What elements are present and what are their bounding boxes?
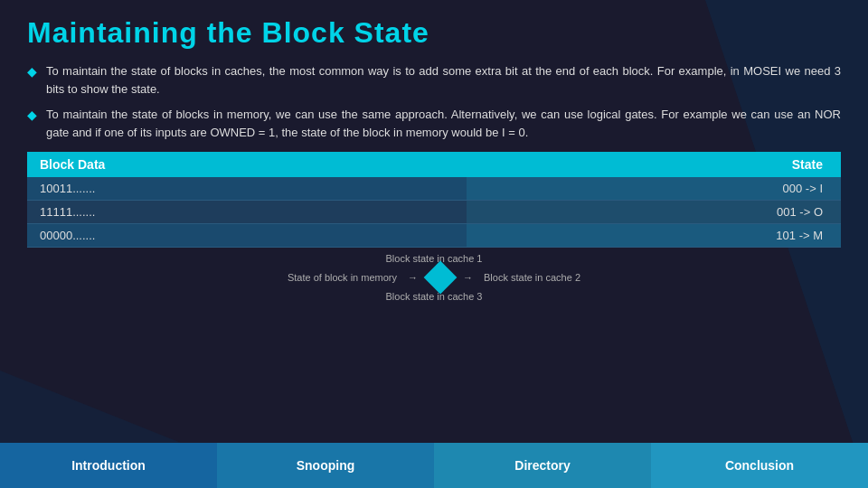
table-cell-data: 00000....... [27,223,467,247]
nav-item-snooping[interactable]: Snooping [217,443,434,488]
bullet-icon-1: ◆ [27,64,37,79]
arrow-right2-icon: → [463,272,473,283]
table-cell-data: 11111....... [27,200,467,223]
nav-item-directory[interactable]: Directory [434,443,651,488]
table-cell-state: 101 -> M [467,223,841,247]
bullet-text-1: To maintain the state of blocks in cache… [46,62,841,99]
block-data-table: Block Data State 10011.......000 -> I111… [27,152,841,248]
table-row: 00000.......101 -> M [27,223,841,247]
diagram-label-bottom: Block state in cache 3 [385,291,482,302]
bullet-text-2: To maintain the state of blocks in memor… [46,106,841,142]
diagram-center-box [424,260,458,294]
nav-item-conclusion[interactable]: Conclusion [651,443,868,488]
bullet-item-1: ◆ To maintain the state of blocks in cac… [27,62,841,99]
table-header-data: Block Data [27,152,467,177]
table-cell-data: 10011....... [27,177,467,201]
table-cell-state: 000 -> I [467,177,841,201]
arrow-right-icon: → [408,272,418,283]
navigation-bar: IntroductionSnoopingDirectoryConclusion [0,443,868,488]
table-row: 10011.......000 -> I [27,177,841,201]
diagram-label-right: Block state in cache 2 [484,272,580,283]
bullet-item-2: ◆ To maintain the state of blocks in mem… [27,106,841,142]
diagram-label-top: Block state in cache 1 [385,253,482,264]
page-title: Maintaining the Block State [27,16,841,50]
bullet-list: ◆ To maintain the state of blocks in cac… [27,62,841,143]
diagram-area: Block state in cache 1 State of block in… [27,253,841,302]
table-cell-state: 001 -> O [467,200,841,223]
nav-item-intro[interactable]: Introduction [0,443,217,488]
table-header-state: State [467,152,841,177]
bullet-icon-2: ◆ [27,108,37,122]
diagram-label-left: State of block in memory [288,272,397,283]
table-row: 11111.......001 -> O [27,200,841,223]
